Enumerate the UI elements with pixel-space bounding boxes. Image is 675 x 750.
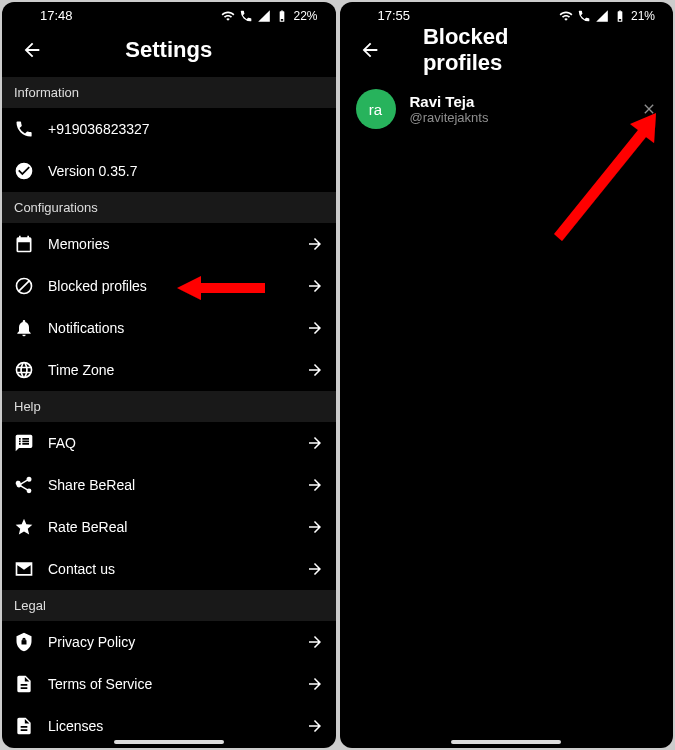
faq-icon xyxy=(14,433,34,453)
mail-icon xyxy=(14,559,34,579)
row-rate-label: Rate BeReal xyxy=(48,519,306,535)
chevron-right-icon xyxy=(306,361,324,379)
row-contact-label: Contact us xyxy=(48,561,306,577)
battery-icon xyxy=(275,9,289,23)
calendar-icon xyxy=(14,234,34,254)
row-timezone[interactable]: Time Zone xyxy=(2,349,336,391)
row-version-label: Version 0.35.7 xyxy=(48,163,324,179)
shield-icon xyxy=(14,632,34,652)
blocked-profiles-screen: 17:55 21% Blocked profiles ra Ravi Teja … xyxy=(340,2,674,748)
app-bar: Settings xyxy=(2,27,336,77)
blocked-content: ra Ravi Teja @ravitejaknts xyxy=(340,77,674,748)
row-version: Version 0.35.7 xyxy=(2,150,336,192)
row-faq[interactable]: FAQ xyxy=(2,422,336,464)
profile-handle: @ravitejaknts xyxy=(410,110,642,125)
chevron-right-icon xyxy=(306,560,324,578)
row-privacy-label: Privacy Policy xyxy=(48,634,306,650)
row-phone-label: +919036823327 xyxy=(48,121,324,137)
battery-icon xyxy=(613,9,627,23)
row-blocked-profiles[interactable]: Blocked profiles xyxy=(2,265,336,307)
bell-icon xyxy=(14,318,34,338)
document-icon xyxy=(14,674,34,694)
row-phone[interactable]: +919036823327 xyxy=(2,108,336,150)
app-bar: Blocked profiles xyxy=(340,27,674,77)
section-configurations: Configurations xyxy=(2,192,336,223)
page-title: Blocked profiles xyxy=(423,24,590,76)
row-terms[interactable]: Terms of Service xyxy=(2,663,336,705)
check-icon xyxy=(14,161,34,181)
row-notifications[interactable]: Notifications xyxy=(2,307,336,349)
status-bar: 17:48 22% xyxy=(2,2,336,27)
profile-name: Ravi Teja xyxy=(410,93,642,110)
battery-pct: 21% xyxy=(631,9,655,23)
settings-screen: 17:48 22% Settings Information +91903682… xyxy=(2,2,336,748)
signal-icon xyxy=(577,9,591,23)
row-notifications-label: Notifications xyxy=(48,320,306,336)
home-indicator[interactable] xyxy=(114,740,224,744)
cell-icon xyxy=(595,9,609,23)
chevron-right-icon xyxy=(306,235,324,253)
unblock-button[interactable] xyxy=(641,101,657,117)
share-icon xyxy=(14,475,34,495)
avatar: ra xyxy=(356,89,396,129)
chevron-right-icon xyxy=(306,633,324,651)
document-icon xyxy=(14,716,34,736)
chevron-right-icon xyxy=(306,319,324,337)
settings-content: Information +919036823327 Version 0.35.7… xyxy=(2,77,336,748)
chevron-right-icon xyxy=(306,717,324,735)
row-share-label: Share BeReal xyxy=(48,477,306,493)
row-memories-label: Memories xyxy=(48,236,306,252)
status-right: 22% xyxy=(221,9,317,23)
row-privacy[interactable]: Privacy Policy xyxy=(2,621,336,663)
chevron-right-icon xyxy=(306,277,324,295)
star-icon xyxy=(14,517,34,537)
status-right: 21% xyxy=(559,9,655,23)
back-button[interactable] xyxy=(356,39,384,61)
home-indicator[interactable] xyxy=(451,740,561,744)
row-blocked-label: Blocked profiles xyxy=(48,278,306,294)
row-contact[interactable]: Contact us xyxy=(2,548,336,590)
row-terms-label: Terms of Service xyxy=(48,676,306,692)
battery-pct: 22% xyxy=(293,9,317,23)
blocked-profile-row: ra Ravi Teja @ravitejaknts xyxy=(340,77,674,141)
section-information: Information xyxy=(2,77,336,108)
section-help: Help xyxy=(2,391,336,422)
row-timezone-label: Time Zone xyxy=(48,362,306,378)
row-memories[interactable]: Memories xyxy=(2,223,336,265)
status-time: 17:55 xyxy=(358,8,411,23)
row-licenses-label: Licenses xyxy=(48,718,306,734)
row-rate[interactable]: Rate BeReal xyxy=(2,506,336,548)
cell-icon xyxy=(257,9,271,23)
chevron-right-icon xyxy=(306,675,324,693)
globe-icon xyxy=(14,360,34,380)
page-title: Settings xyxy=(125,37,212,63)
status-time: 17:48 xyxy=(20,8,73,23)
row-faq-label: FAQ xyxy=(48,435,306,451)
section-legal: Legal xyxy=(2,590,336,621)
phone-icon xyxy=(14,119,34,139)
row-share[interactable]: Share BeReal xyxy=(2,464,336,506)
close-icon xyxy=(641,101,657,117)
wifi-icon xyxy=(559,9,573,23)
profile-info: Ravi Teja @ravitejaknts xyxy=(410,93,642,125)
block-icon xyxy=(14,276,34,296)
chevron-right-icon xyxy=(306,434,324,452)
wifi-icon xyxy=(221,9,235,23)
signal-icon xyxy=(239,9,253,23)
chevron-right-icon xyxy=(306,476,324,494)
back-button[interactable] xyxy=(18,39,46,61)
chevron-right-icon xyxy=(306,518,324,536)
